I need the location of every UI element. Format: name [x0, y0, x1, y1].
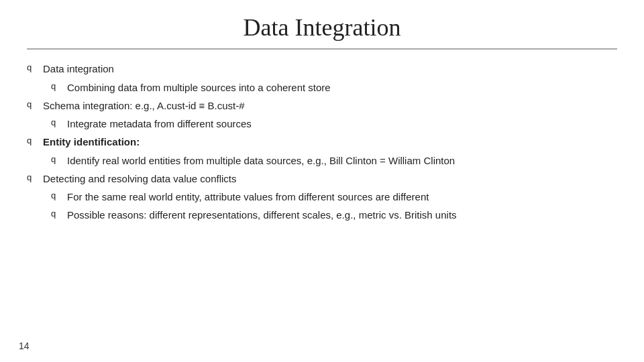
- bullet-icon-2: q: [51, 81, 63, 91]
- bullet-icon-6: q: [51, 154, 63, 164]
- bullet-text-8: For the same real world entity, attribut…: [67, 190, 617, 204]
- list-item: q For the same real world entity, attrib…: [51, 190, 617, 204]
- slide-title: Data Integration: [27, 13, 617, 50]
- list-item: q Combining data from multiple sources i…: [51, 80, 617, 95]
- bullet-text-5: Entity identification:: [43, 135, 617, 149]
- bullet-icon-8: q: [51, 190, 63, 200]
- list-item: q Identify real world entities from mult…: [51, 154, 617, 168]
- slide-content: q Data integration q Combining data from…: [27, 62, 617, 349]
- bullet-icon-7: q: [27, 172, 39, 182]
- bullet-text-9: Possible reasons: different representati…: [67, 208, 617, 223]
- bullet-icon-3: q: [27, 99, 39, 109]
- list-item: q Data integration: [27, 62, 617, 76]
- bullet-text-4: Integrate metadata from different source…: [67, 117, 617, 131]
- list-item: q Schema integration: e.g., A.cust-id ≡ …: [27, 99, 617, 113]
- list-item: q Entity identification:: [27, 135, 617, 149]
- bullet-icon-5: q: [27, 135, 39, 145]
- bullet-icon-9: q: [51, 208, 63, 219]
- slide: Data Integration q Data integration q Co…: [0, 0, 644, 362]
- page-number: 14: [19, 341, 30, 351]
- bullet-text-3: Schema integration: e.g., A.cust-id ≡ B.…: [43, 99, 617, 113]
- list-item: q Detecting and resolving data value con…: [27, 172, 617, 186]
- list-item: q Possible reasons: different representa…: [51, 208, 617, 223]
- bullet-text-6: Identify real world entities from multip…: [67, 154, 617, 168]
- bullet-text-2: Combining data from multiple sources int…: [67, 80, 617, 95]
- bullet-icon-4: q: [51, 117, 63, 127]
- bullet-icon-1: q: [27, 62, 39, 72]
- list-item: q Integrate metadata from different sour…: [51, 117, 617, 131]
- bullet-text-7: Detecting and resolving data value confl…: [43, 172, 617, 186]
- bullet-text-1: Data integration: [43, 62, 617, 76]
